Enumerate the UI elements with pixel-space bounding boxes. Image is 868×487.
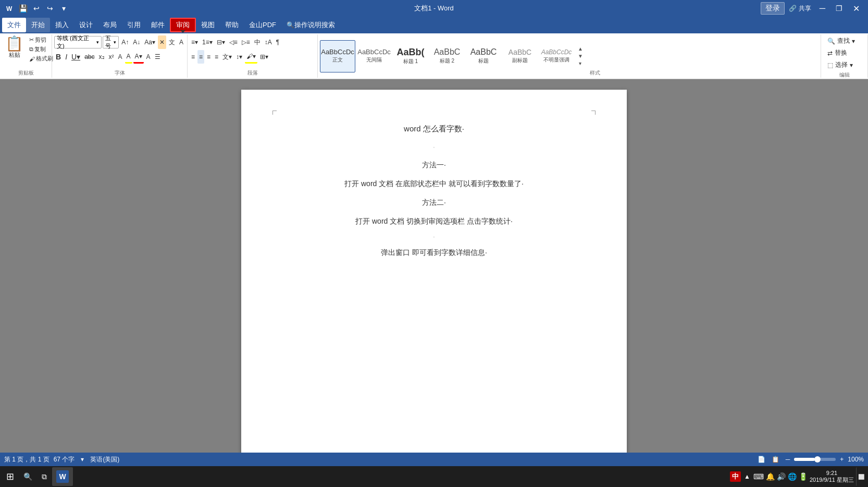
styles-expand[interactable]: ▾ [576,60,585,67]
phonetic-guide-button[interactable]: 文 [167,35,177,49]
char-border-button[interactable]: A [178,35,185,49]
sort-button[interactable]: ↕A [263,35,274,49]
font-name-selector[interactable]: 等线 (西文正文) ▾ [54,36,102,48]
align-right-button[interactable]: ≡ [205,50,212,64]
login-button[interactable]: 登录 [761,2,785,15]
strikethrough-button[interactable]: abc [83,50,96,64]
clear-format-button[interactable]: ✕ [158,35,166,49]
find-button[interactable]: 🔍 查找 ▾ [825,35,857,46]
start-button[interactable]: ⊞ [2,467,18,486]
menu-item-design[interactable]: 设计 [74,18,98,32]
style-heading1[interactable]: AaBb( 标题 1 [393,40,428,72]
styles-scroll-down[interactable]: ▼ [576,53,585,59]
style-subtitle[interactable]: AaBbC 副标题 [502,40,538,72]
document-page[interactable]: word 怎么看字数· · 方法一· 打开 word 文档 在底部状态栏中 就可… [241,90,627,453]
chinese-indent-button[interactable]: 中 [253,35,262,49]
clipboard-small-buttons: ✂ 剪切 ⧉ 复制 🖌 格式刷 [28,35,55,63]
menu-item-references[interactable]: 引用 [122,18,146,32]
char-shading-button[interactable]: A [145,50,152,64]
style-normal[interactable]: AaBbCcDc 正文 [320,40,355,72]
menu-item-jinshan[interactable]: 金山PDF [244,18,281,32]
word-taskbar-button[interactable]: W [52,467,73,486]
close-button[interactable]: ✕ [849,2,864,15]
show-marks-button[interactable]: ¶ [275,35,281,49]
zoom-slider[interactable] [794,458,836,461]
share-label: 🔗 共享 [789,4,811,13]
superscript-button[interactable]: x² [107,50,116,64]
style-subtitle-preview: AaBbC [509,48,531,56]
decrease-indent-button[interactable]: ◁≡ [228,35,239,49]
taskbar-time-area[interactable]: 9:21 2019/9/11 星期三 [810,470,854,484]
style-no-spacing[interactable]: AaBbCcDc 无间隔 [356,40,392,72]
task-view-button[interactable]: ⧉ [38,467,51,486]
align-left-button[interactable]: ≡ [190,50,196,64]
numbering-button[interactable]: 1≡▾ [201,35,214,49]
document-content[interactable]: word 怎么看字数· · 方法一· 打开 word 文档 在底部状态栏中 就可… [283,121,585,260]
menu-item-mailings[interactable]: 邮件 [146,18,170,32]
status-bar: 第 1 页，共 1 页 67 个字 ▾ 英语(美国) 📄 📋 ─ + 100% [0,453,868,466]
read-mode-button[interactable]: 📄 [755,455,767,464]
text-effect-button[interactable]: A [117,50,124,64]
change-case-button[interactable]: Aa▾ [143,35,157,49]
menu-item-review[interactable]: 审阅 [170,18,196,32]
expand-tray-button[interactable]: ▲ [743,467,751,486]
volume-icon: 🔊 [777,472,786,481]
menu-item-home[interactable]: 开始 [26,18,50,32]
multilevel-list-button[interactable]: ⊟▾ [215,35,227,49]
borders-button[interactable]: ⊞▾ [258,50,270,64]
undo-button[interactable]: ↩ [30,2,43,15]
justify-button[interactable]: ≡ [213,50,220,64]
ime-indicator[interactable]: 中 [730,471,741,482]
search-taskbar-button[interactable]: 🔍 [19,467,36,486]
network-icon: 🌐 [788,472,797,481]
underline-button[interactable]: U▾ [70,50,82,64]
menu-item-help[interactable]: 帮助 [220,18,244,32]
restore-button[interactable]: ❐ [832,2,847,15]
select-button[interactable]: ⬚ 选择 ▾ [825,59,855,70]
font-shrink-button[interactable]: A↓ [131,35,142,49]
bullets-button[interactable]: ≡▾ [190,35,200,49]
save-button[interactable]: 💾 [17,2,29,15]
minimize-button[interactable]: ─ [815,2,829,15]
cut-button[interactable]: ✂ 剪切 [28,35,55,44]
print-layout-button[interactable]: 📋 [770,455,782,464]
increase-indent-button[interactable]: ▷≡ [240,35,252,49]
replace-button[interactable]: ⇄ 替换 [825,47,849,58]
show-desktop-button[interactable]: ⬜ [856,467,866,486]
copy-button[interactable]: ⧉ 复制 [28,45,55,54]
zoom-slider-thumb[interactable] [814,456,821,462]
shading-button[interactable]: 🖌▾ [245,50,257,64]
font-color-button[interactable]: A▾ [133,50,144,64]
menu-item-file[interactable]: 文件 [2,18,26,32]
search-icon: 🔍 [827,38,835,45]
customize-quick-access-button[interactable]: ▾ [57,2,70,15]
style-subtle-emphasis[interactable]: AaBbCcDc 不明显强调 [539,40,574,72]
bold-button[interactable]: B [54,50,63,64]
text-highlight-button[interactable]: A [125,50,132,64]
styles-scroll-up[interactable]: ▲ [576,45,585,52]
line-spacing-button[interactable]: ↕▾ [234,50,244,64]
redo-button[interactable]: ↪ [44,2,56,15]
style-heading[interactable]: AaBbC 标题 [466,40,501,72]
font-size-selector[interactable]: 五号 ▾ [103,36,119,48]
menu-item-insert[interactable]: 插入 [50,18,74,32]
paste-button[interactable]: 📋 粘贴 [2,35,27,60]
char-border2-button[interactable]: ☰ [153,50,162,64]
font-grow-button[interactable]: A↑ [120,35,130,49]
word-count: 67 个字 [54,455,75,464]
align-center-button[interactable]: ≡ [197,50,204,64]
menu-item-search[interactable]: 🔍 操作说明搜索 [281,18,340,32]
menu-item-layout[interactable]: 布局 [98,18,122,32]
style-heading1-label: 标题 1 [403,58,418,65]
zoom-in-button[interactable]: + [838,455,846,464]
word-count-detail-button[interactable]: ▾ [79,455,86,464]
zoom-out-button[interactable]: ─ [784,455,792,464]
menu-item-view[interactable]: 视图 [196,18,220,32]
asian-layout-button[interactable]: 文▾ [221,50,233,64]
doc-divider2: · [283,230,585,243]
format-painter-button[interactable]: 🖌 格式刷 [28,54,55,63]
style-heading2[interactable]: AaBbC 标题 2 [429,40,465,72]
menu-bar: 文件 开始 插入 设计 布局 引用 邮件 审阅 视图 帮助 金山PDF 🔍 操作… [0,17,868,33]
italic-button[interactable]: I [64,50,69,64]
subscript-button[interactable]: x₂ [97,50,106,64]
